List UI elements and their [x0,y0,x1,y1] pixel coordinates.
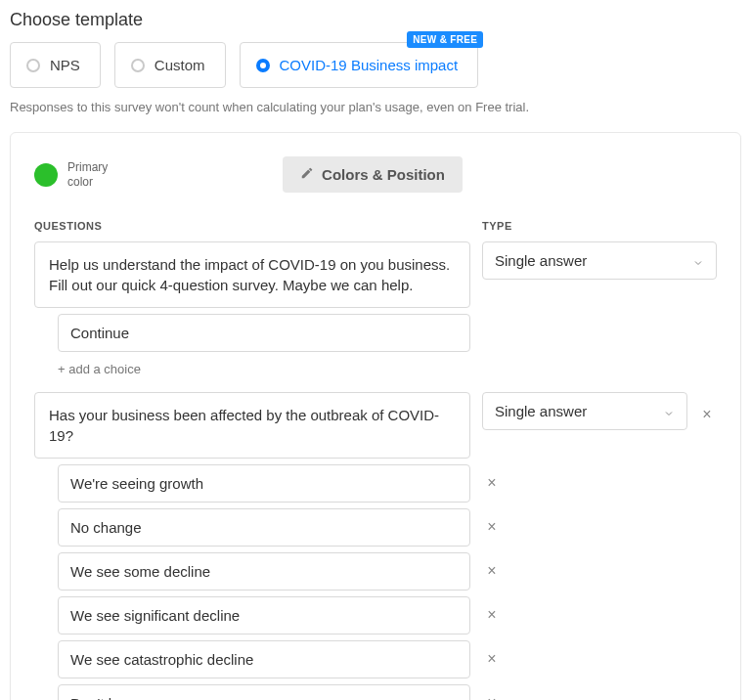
choice-input[interactable]: We see catastrophic decline [58,640,470,678]
remove-choice-button[interactable]: × [482,694,502,700]
chevron-down-icon [663,406,675,417]
colors-position-label: Colors & Position [322,166,445,183]
choice-input[interactable]: Don't know [58,684,470,700]
primary-color-label: Primary color [67,160,126,189]
add-choice-button[interactable]: + add a choice [58,362,717,376]
remove-choice-button[interactable]: × [482,650,502,668]
choice-input[interactable]: We're seeing growth [58,464,470,503]
type-heading: TYPE [482,220,717,232]
choice-input[interactable]: We see some decline [58,552,470,591]
colors-position-button[interactable]: Colors & Position [283,156,463,193]
choice-input[interactable]: Continue [58,314,470,352]
choice-input[interactable]: We see significant decline [58,596,470,634]
radio-icon [26,59,40,72]
chevron-down-icon [692,255,704,267]
choice-input[interactable]: No change [58,508,470,547]
new-free-badge: NEW & FREE [407,31,483,48]
template-covid[interactable]: COVID-19 Business impact NEW & FREE [240,42,479,88]
questions-heading: QUESTIONS [34,220,470,232]
remove-choice-button[interactable]: × [482,474,502,492]
question-block: Help us understand the impact of COVID-1… [34,241,717,376]
template-label: NPS [50,57,80,73]
template-nps[interactable]: NPS [10,42,101,88]
remove-choice-button[interactable]: × [482,518,502,536]
primary-color-swatch[interactable] [34,163,58,187]
type-select[interactable]: Single answer [482,392,687,430]
radio-icon [256,59,270,72]
template-label: COVID-19 Business impact [280,57,459,73]
question-block: Has your business been affected by the o… [34,392,717,700]
page-title: Choose template [10,10,741,30]
type-select[interactable]: Single answer [482,241,717,280]
editor-panel: Primary color Colors & Position QUESTION… [10,132,741,700]
remove-choice-button[interactable]: × [482,562,502,580]
template-row: NPS Custom COVID-19 Business impact NEW … [10,42,741,88]
question-text[interactable]: Has your business been affected by the o… [34,392,470,459]
usage-note: Responses to this survey won't count whe… [10,100,741,114]
template-custom[interactable]: Custom [114,42,226,88]
remove-choice-button[interactable]: × [482,606,502,624]
radio-icon [131,59,145,72]
pencil-icon [300,166,314,183]
remove-question-button[interactable]: × [697,406,717,423]
type-value: Single answer [495,252,587,269]
question-text[interactable]: Help us understand the impact of COVID-1… [34,241,470,308]
questions-list: Help us understand the impact of COVID-1… [34,241,717,700]
type-value: Single answer [495,403,587,419]
template-label: Custom [155,57,205,73]
panel-toolbar: Primary color Colors & Position [34,156,717,193]
